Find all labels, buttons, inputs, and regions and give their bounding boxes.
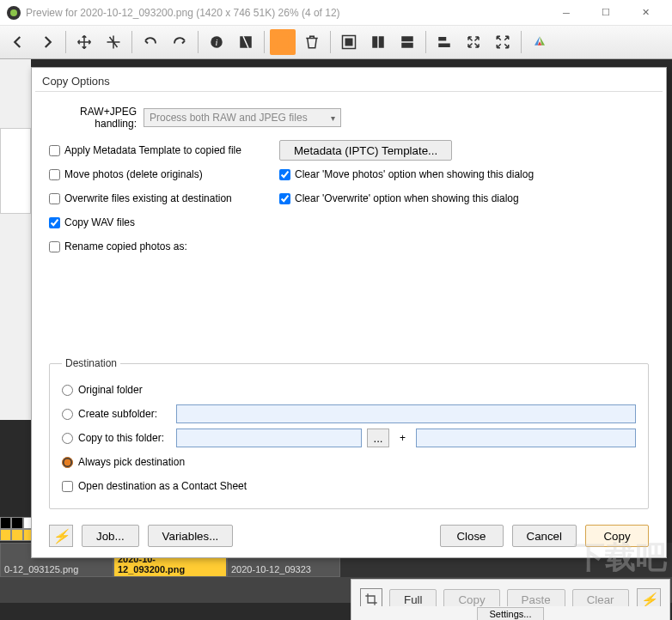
copy-to-folder-label: Copy to this folder: — [78, 432, 171, 444]
color-icon[interactable] — [527, 29, 553, 55]
dialog-footer: ⚡ Job... Variables... Close Cancel Copy — [32, 516, 666, 557]
preview-area: 0-12_093125.png 2020-10-12_093200.png 20… — [0, 59, 672, 620]
align-icon[interactable] — [431, 29, 457, 55]
create-subfolder-label: Create subfolder: — [78, 408, 171, 420]
open-contact-label: Open destination as a Contact Sheet — [78, 480, 247, 492]
move-icon[interactable] — [71, 29, 97, 55]
svg-rect-8 — [401, 36, 413, 41]
window-title: Preview for 2020-10-12_093200.png (1420 … — [26, 7, 547, 19]
rename-label: Rename copied photos as: — [64, 240, 187, 252]
rename-checkbox[interactable] — [49, 241, 60, 252]
clear-overwrite-checkbox[interactable] — [279, 193, 290, 204]
clear-move-label: Clear 'Move photos' option when showing … — [295, 168, 534, 180]
move-photos-checkbox[interactable] — [49, 169, 60, 180]
destination-fieldset: Destination Original folder Create subfo… — [49, 357, 649, 509]
suffix-input[interactable] — [416, 429, 636, 447]
redo-icon[interactable] — [167, 29, 192, 55]
move-photos-label: Move photos (delete originals) — [64, 168, 203, 180]
expand-icon[interactable] — [490, 29, 516, 55]
copy-wav-label: Copy WAV files — [64, 216, 135, 228]
raw-jpeg-label: RAW+JPEG handling: — [49, 106, 144, 130]
copy-to-folder-radio[interactable] — [62, 433, 73, 444]
window-titlebar: Preview for 2020-10-12_093200.png (1420 … — [0, 0, 672, 26]
overwrite-checkbox[interactable] — [49, 193, 60, 204]
color-selector[interactable] — [0, 517, 34, 541]
close-button[interactable]: ✕ — [626, 0, 665, 26]
overwrite-label: Overwrite files existing at destination — [64, 192, 232, 204]
view-rows-icon[interactable] — [394, 29, 420, 55]
info-icon[interactable]: i — [204, 29, 229, 55]
raw-jpeg-dropdown[interactable]: Process both RAW and JPEG files — [144, 108, 341, 127]
apply-metadata-checkbox[interactable] — [49, 145, 60, 156]
doc-thumbnail[interactable] — [0, 128, 31, 214]
undo-icon[interactable] — [137, 29, 163, 55]
minimize-button[interactable]: ─ — [547, 0, 586, 26]
cancel-button[interactable]: Cancel — [512, 525, 577, 547]
selected-tool-icon[interactable] — [270, 29, 296, 55]
always-pick-label: Always pick destination — [78, 456, 185, 468]
main-toolbar: i — [0, 26, 672, 59]
svg-rect-7 — [379, 36, 384, 48]
variables-button[interactable]: Variables... — [148, 525, 234, 547]
copy-wav-checkbox[interactable] — [49, 217, 60, 228]
svg-rect-9 — [401, 43, 413, 48]
clear-overwrite-label: Clear 'Overwrite' option when showing th… — [295, 192, 519, 204]
collapse-icon[interactable] — [461, 29, 486, 55]
original-folder-label: Original folder — [78, 384, 143, 396]
settings-button[interactable]: Settings... — [477, 607, 545, 621]
svg-rect-6 — [372, 36, 377, 48]
view-single-icon[interactable] — [336, 29, 362, 55]
plus-label: + — [394, 432, 411, 444]
svg-text:i: i — [216, 38, 218, 47]
copy-button[interactable]: Copy — [585, 525, 649, 547]
copy-options-dialog: Copy Options RAW+JPEG handling: Process … — [31, 67, 667, 558]
maximize-button[interactable]: ☐ — [586, 0, 626, 26]
metadata-template-button[interactable]: Metadata (IPTC) Template... — [279, 140, 452, 161]
clear-move-checkbox[interactable] — [279, 169, 290, 180]
forward-icon[interactable] — [34, 29, 60, 55]
settings-bar: Settings... — [351, 606, 670, 620]
app-icon — [7, 6, 21, 20]
svg-rect-3 — [277, 36, 289, 48]
job-button[interactable]: Job... — [82, 525, 139, 547]
cancel-move-icon[interactable] — [101, 29, 126, 55]
svg-rect-10 — [438, 37, 446, 41]
svg-rect-5 — [345, 39, 353, 46]
dialog-title: Copy Options — [32, 68, 666, 91]
flash-button[interactable]: ⚡ — [49, 525, 73, 547]
svg-rect-11 — [438, 44, 450, 48]
destination-legend: Destination — [62, 357, 120, 369]
trash-icon[interactable] — [299, 29, 325, 55]
tag-icon[interactable] — [233, 29, 259, 55]
always-pick-radio[interactable] — [62, 457, 73, 468]
copy-to-folder-input[interactable] — [176, 429, 362, 447]
raw-jpeg-value: Process both RAW and JPEG files — [150, 112, 308, 124]
open-contact-checkbox[interactable] — [62, 481, 73, 492]
create-subfolder-radio[interactable] — [62, 409, 73, 420]
left-thumb-strip — [0, 59, 31, 420]
close-dialog-button[interactable]: Close — [440, 525, 504, 547]
apply-metadata-label: Apply Metadata Template to copied file — [64, 144, 241, 156]
view-split-icon[interactable] — [365, 29, 391, 55]
original-folder-radio[interactable] — [62, 385, 73, 396]
create-subfolder-input[interactable] — [176, 404, 636, 423]
back-icon[interactable] — [5, 29, 31, 55]
browse-button[interactable]: ... — [367, 429, 389, 447]
